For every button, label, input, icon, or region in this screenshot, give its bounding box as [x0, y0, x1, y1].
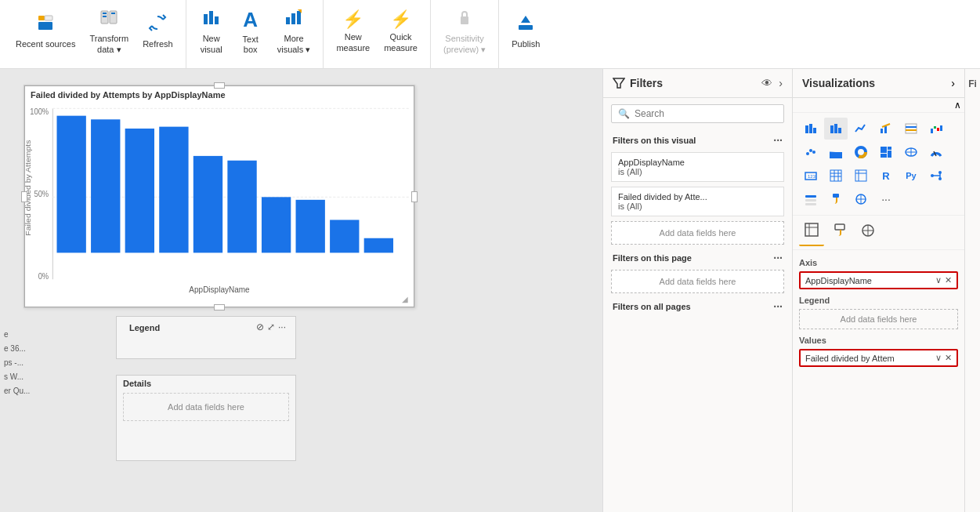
svg-rect-97	[805, 223, 818, 236]
right-resize[interactable]	[411, 191, 418, 202]
svg-rect-16	[519, 25, 533, 30]
filter-search-box[interactable]: 🔍	[611, 104, 784, 123]
filters-on-this-page-header: Filters on this page ···	[603, 247, 792, 267]
top-resize[interactable]	[214, 82, 225, 89]
svg-text:100%: 100%	[30, 107, 49, 117]
values-chip-chevron[interactable]: ∨	[935, 353, 942, 363]
sensitivity-button[interactable]: Sensitivity(preview) ▾	[437, 3, 492, 60]
filters-visual-add[interactable]: Add data fields here	[611, 221, 784, 245]
toolbar-insert-group: Newvisual A Textbox Morevisuals ▾ Insert	[186, 0, 324, 69]
svg-rect-68	[888, 147, 891, 150]
svg-rect-91	[805, 199, 816, 202]
chart-visual[interactable]: Failed divided by Attempts by AppDisplay…	[24, 85, 415, 308]
filter-search-input[interactable]	[635, 108, 777, 119]
svg-rect-4	[103, 13, 107, 14]
viz-icons-grid: 123 R Py ···	[793, 113, 964, 216]
format-well-button[interactable]	[827, 219, 852, 246]
filters-header: Filters 👁 ›	[603, 69, 792, 98]
axis-chip-chevron[interactable]: ∨	[935, 275, 942, 285]
svg-point-88	[938, 171, 942, 174]
filters-visual-more[interactable]: ···	[773, 134, 783, 147]
viz-icon-matrix[interactable]	[849, 165, 873, 187]
filters-page-add[interactable]: Add data fields here	[611, 270, 784, 293]
svg-rect-67	[881, 147, 887, 153]
left-labels: e e 36... ps -... s W... er Qu...	[4, 328, 30, 398]
filters-eye-icon[interactable]: 👁	[761, 77, 772, 89]
viz-icon-line-chart[interactable]	[849, 118, 873, 140]
expand-icon[interactable]: ⤢	[267, 321, 275, 332]
filters-chevron-icon[interactable]: ›	[779, 77, 783, 89]
analytics-well-button[interactable]	[855, 219, 881, 246]
viz-expand-icon[interactable]: ›	[951, 77, 955, 89]
viz-icon-python-visual[interactable]: Py	[899, 165, 923, 187]
viz-icon-gauge[interactable]	[924, 141, 948, 163]
refresh-label: Refresh	[143, 39, 173, 49]
viz-icon-card[interactable]: 123	[799, 165, 823, 187]
svg-rect-50	[834, 124, 837, 133]
new-visual-button[interactable]: Newvisual	[193, 3, 230, 60]
svg-rect-5	[103, 16, 107, 17]
legend-field-placeholder[interactable]: Add data fields here	[799, 309, 958, 329]
viz-icon-analytics[interactable]	[849, 188, 873, 210]
svg-text:0%: 0%	[38, 272, 49, 281]
transform-data-button[interactable]: Transformdata ▾	[83, 3, 135, 60]
svg-rect-52	[881, 129, 883, 133]
svg-rect-34	[364, 238, 393, 253]
bottom-resize[interactable]	[214, 304, 225, 310]
viz-icon-map[interactable]	[899, 141, 923, 163]
refresh-button[interactable]: Refresh	[136, 3, 179, 60]
details-box[interactable]: Details Add data fields here	[116, 375, 296, 461]
values-field-chip[interactable]: Failed divided by Attem ∨ ✕	[799, 349, 958, 367]
left-resize[interactable]	[21, 191, 27, 202]
axis-chip-remove[interactable]: ✕	[945, 275, 952, 285]
more-visuals-button[interactable]: Morevisuals ▾	[271, 3, 317, 60]
more-icon[interactable]: ···	[278, 321, 286, 332]
chip-actions-values: ∨ ✕	[935, 353, 952, 363]
viz-icon-ribbon[interactable]	[899, 118, 923, 140]
svg-rect-0	[38, 16, 45, 20]
svg-rect-11	[286, 17, 290, 24]
viz-icon-scatter[interactable]	[799, 141, 823, 163]
publish-button[interactable]: Publish	[505, 3, 546, 60]
viz-icon-stacked-bar[interactable]	[799, 118, 823, 140]
filters-page-more[interactable]: ···	[773, 252, 783, 264]
quick-measure-button[interactable]: ⚡ Quickmeasure	[378, 3, 424, 60]
text-box-button[interactable]: A Textbox	[232, 3, 269, 60]
svg-marker-45	[613, 78, 624, 88]
viz-icon-decomp-tree[interactable]	[924, 165, 948, 187]
fields-well-button[interactable]	[799, 219, 824, 246]
viz-icon-slicer[interactable]	[799, 188, 823, 210]
svg-rect-92	[805, 203, 816, 205]
viz-icon-bar-chart[interactable]	[824, 118, 848, 140]
axis-field-chip[interactable]: AppDisplayName ∨ ✕	[799, 271, 958, 289]
svg-rect-60	[940, 125, 942, 131]
new-measure-label: Newmeasure	[336, 32, 370, 53]
viz-icon-more[interactable]: ···	[874, 188, 898, 210]
filter-card-failed-divided[interactable]: Failed divided by Atte... is (All)	[611, 187, 784, 216]
chart-x-label: AppDisplayName	[24, 284, 414, 296]
viz-icon-format-brush[interactable]	[824, 188, 848, 210]
viz-icon-waterfall[interactable]	[924, 118, 948, 140]
scroll-up-icon[interactable]: ∧	[954, 100, 961, 111]
svg-text:50%: 50%	[34, 190, 49, 199]
values-chip-remove[interactable]: ✕	[945, 353, 952, 363]
svg-rect-8	[204, 14, 208, 24]
filter-card-appdisplayname[interactable]: AppDisplayName is (All)	[611, 152, 784, 182]
publish-icon	[516, 13, 535, 37]
viz-icon-treemap[interactable]	[874, 141, 898, 163]
filters-all-more[interactable]: ···	[773, 300, 783, 313]
recent-sources-button[interactable]: Recent sources	[9, 3, 81, 60]
viz-icon-donut[interactable]	[849, 141, 873, 163]
details-add-placeholder[interactable]: Add data fields here	[123, 393, 289, 421]
new-measure-button[interactable]: ⚡ Newmeasure	[330, 3, 376, 60]
svg-rect-25	[57, 116, 86, 253]
viz-icon-bar-line[interactable]	[874, 118, 898, 140]
filter-icon[interactable]: ⊘	[256, 321, 264, 332]
fields-panel-collapsed[interactable]: Fi	[964, 69, 980, 512]
chart-resize-handle[interactable]: ◢	[402, 295, 414, 307]
legend-box[interactable]: Legend ⊘ ⤢ ···	[116, 316, 296, 359]
svg-rect-90	[805, 195, 816, 198]
viz-icon-pie[interactable]	[824, 141, 848, 163]
viz-icon-r-visual[interactable]: R	[874, 165, 898, 187]
viz-icon-table[interactable]	[824, 165, 848, 187]
